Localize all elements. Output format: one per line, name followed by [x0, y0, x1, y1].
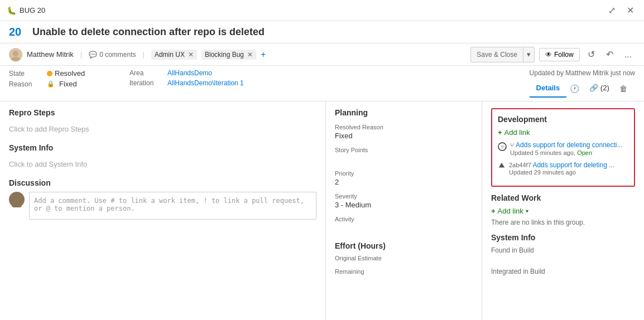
avatar [9, 48, 22, 61]
discussion-input[interactable]: Add a comment. Use # to link a work item… [29, 192, 316, 220]
related-work-section: Related Work + Add link ▾ There are no l… [491, 193, 635, 226]
activity-value[interactable] [335, 224, 473, 232]
dev-item-1-title[interactable]: Adds support for deleting connecti... [516, 141, 622, 149]
svg-point-2 [13, 195, 20, 201]
close-button[interactable]: ✕ [623, 4, 637, 17]
integrated-in-build-field: Integrated in Build [491, 268, 635, 284]
tag-admin-ux[interactable]: Admin UX ✕ [151, 50, 197, 60]
system-info-placeholder[interactable]: Click to add System Info [9, 157, 316, 172]
comment-icon: 💬 [89, 51, 97, 59]
work-item-number: 20 [9, 26, 26, 38]
repro-steps-title: Repro Steps [9, 108, 316, 117]
svg-point-3 [12, 202, 22, 207]
dev-item-1-meta: Updated 5 minutes ago, [510, 149, 575, 156]
remove-tag-blocking-bug[interactable]: ✕ [247, 51, 253, 59]
remove-tag-admin-ux[interactable]: ✕ [188, 51, 194, 59]
add-tag-button[interactable]: + [261, 50, 266, 60]
dev-item-2-title[interactable]: Adds support for deleting ... [532, 161, 614, 169]
expand-button[interactable]: ⤢ [605, 4, 619, 17]
area-value[interactable]: AllHandsDemo [167, 69, 212, 77]
tab-links[interactable]: 🔗 (2) [583, 79, 616, 98]
right-system-info-section: System Info Found in Build Integrated in… [491, 233, 635, 284]
right-system-info-title: System Info [491, 233, 635, 242]
svg-point-1 [11, 57, 20, 61]
planning-title: Planning [335, 108, 473, 117]
severity-value[interactable]: 3 - Medium [335, 201, 473, 209]
tag-blocking-bug[interactable]: Blocking Bug ✕ [201, 50, 256, 60]
found-in-build-value[interactable] [491, 254, 635, 263]
title-bar: 🐛 BUG 20 ⤢ ✕ [0, 0, 644, 21]
area-field-group: Area AllHandsDemo Iteration AllHandsDemo… [129, 69, 244, 87]
dev-item-1-icon: ⑂ [498, 142, 507, 157]
save-close-dropdown[interactable]: ▾ [523, 47, 534, 62]
priority-field: Priority 2 [335, 170, 473, 186]
remaining-field: Remaining [335, 268, 473, 275]
more-button[interactable]: ... [621, 47, 635, 62]
area-field: Area AllHandsDemo [129, 69, 244, 77]
dev-item-1: ⑂ ⑂ Adds support for deleting connecti..… [498, 141, 628, 157]
severity-label: Severity [335, 193, 473, 200]
follow-button[interactable]: 👁 Follow [539, 48, 580, 61]
separator: | [80, 50, 82, 59]
save-close-button[interactable]: Save & Close ▾ [470, 47, 535, 62]
save-close-main-button[interactable]: Save & Close [471, 47, 523, 62]
resolved-reason-value[interactable]: Fixed [335, 132, 473, 140]
dev-item-1-status: Open [577, 149, 592, 156]
related-add-link-arrow: ▾ [526, 208, 528, 214]
links-badge: (2) [600, 84, 609, 92]
iteration-value[interactable]: AllHandsDemo\Iteration 1 [167, 79, 244, 87]
undo-button[interactable]: ↶ [603, 47, 617, 62]
original-estimate-label: Original Estimate [335, 255, 473, 261]
trash-tab[interactable]: 🗑 [616, 80, 631, 98]
updated-info: Updated by Matthew Mitrik just now [530, 69, 635, 77]
story-points-label: Story Points [335, 147, 473, 153]
story-points-value[interactable] [335, 154, 473, 163]
development-section: Development + Add link ⑂ ⑂ Adds support … [491, 108, 635, 187]
iteration-field: Iteration AllHandsDemo\Iteration 1 [129, 79, 244, 87]
comments-button[interactable]: 💬 0 comments [89, 51, 136, 59]
comments-count: 0 comments [99, 51, 136, 59]
related-add-link-label: Add link [498, 207, 523, 215]
resolved-reason-field: Resolved Reason Fixed [335, 124, 473, 140]
area-label: Area [129, 69, 163, 77]
middle-panel: Planning Resolved Reason Fixed Story Poi… [326, 101, 482, 320]
state-field: State Resolved [9, 69, 121, 77]
dev-item-2-content: 2ab44f7 Adds support for deleting ... Up… [509, 161, 614, 176]
fields-right: Updated by Matthew Mitrik just now Detai… [530, 69, 635, 98]
fields-row: State Resolved Reason 🔒 Fixed Area AllHa… [0, 66, 644, 101]
development-title: Development [498, 115, 628, 124]
resolved-reason-label: Resolved Reason [335, 124, 473, 130]
activity-field: Activity [335, 216, 473, 232]
refresh-button[interactable]: ↺ [584, 47, 598, 62]
dev-item-2: 2ab44f7 Adds support for deleting ... Up… [498, 161, 628, 176]
toolbar-row: Matthew Mitrik | 💬 0 comments | Admin UX… [0, 43, 644, 66]
repro-steps-placeholder[interactable]: Click to add Repro Steps [9, 122, 316, 137]
tag-label-admin-ux: Admin UX [155, 51, 185, 59]
tag-label-blocking-bug: Blocking Bug [205, 51, 244, 59]
iteration-label: Iteration [129, 79, 163, 87]
history-tab[interactable]: 🕐 [566, 80, 583, 98]
reason-label: Reason [9, 80, 42, 88]
no-links-text: There are no links in this group. [491, 219, 635, 226]
priority-value[interactable]: 2 [335, 178, 473, 186]
work-item-title[interactable]: Unable to delete connection after repo i… [32, 26, 635, 38]
dev-add-link-button[interactable]: + Add link [498, 128, 628, 137]
dev-item-2-meta: Updated 29 minutes ago [509, 169, 614, 176]
state-label: State [9, 70, 42, 77]
separator2: | [143, 50, 145, 59]
remaining-label: Remaining [335, 268, 473, 275]
reason-value: Fixed [59, 80, 77, 88]
state-badge[interactable]: Resolved [47, 69, 85, 77]
found-in-build-field: Found in Build [491, 246, 635, 263]
activity-label: Activity [335, 216, 473, 222]
dev-add-link-plus: + [498, 128, 502, 137]
user-name: Matthew Mitrik [27, 50, 74, 59]
state-value: Resolved [55, 69, 85, 77]
lock-icon: 🔒 [47, 80, 55, 88]
svg-text:⑂: ⑂ [501, 144, 504, 150]
found-in-build-label: Found in Build [491, 246, 635, 254]
content-area: Repro Steps Click to add Repro Steps Sys… [0, 101, 644, 320]
tab-details[interactable]: Details [530, 79, 567, 98]
related-add-link-button[interactable]: + Add link ▾ [491, 207, 635, 215]
integrated-in-build-value[interactable] [491, 275, 635, 284]
